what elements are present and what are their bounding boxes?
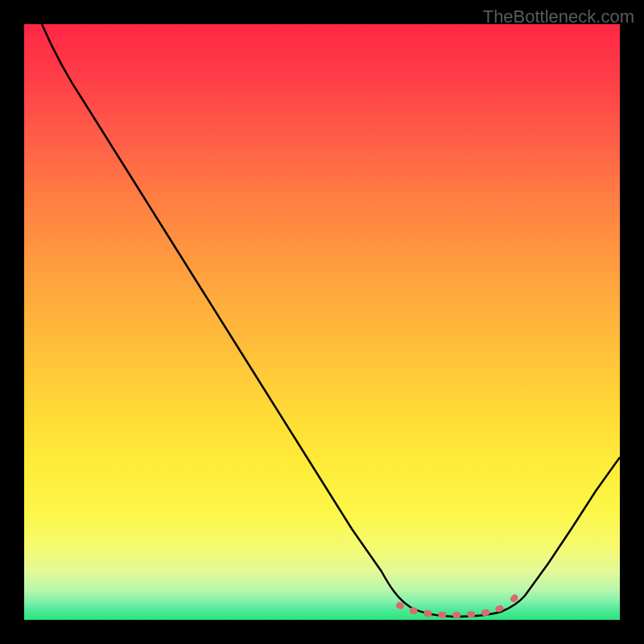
- watermark-text: TheBottleneck.com: [483, 6, 634, 27]
- chart-plot-area: [24, 24, 620, 620]
- bottleneck-curve: [42, 24, 620, 617]
- chart-svg: [24, 24, 620, 620]
